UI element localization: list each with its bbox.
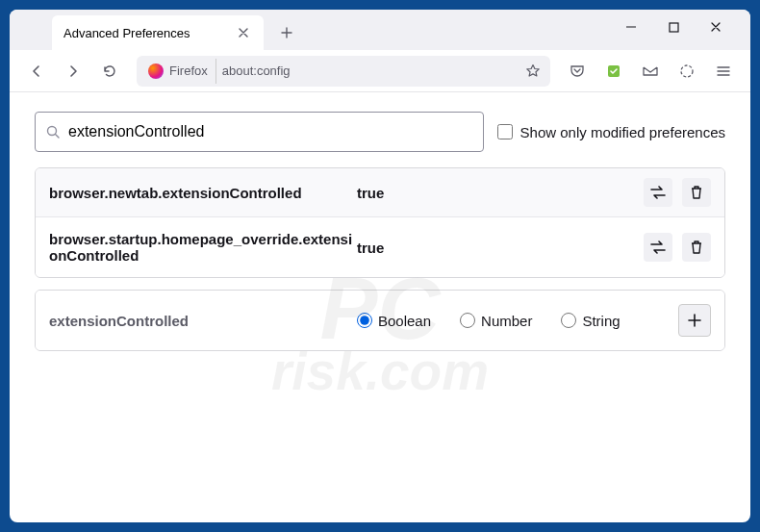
app-menu-button[interactable] — [708, 56, 739, 87]
account-icon[interactable] — [671, 56, 702, 87]
pref-name: browser.startup.homepage_override.extens… — [49, 231, 357, 264]
minimize-button[interactable] — [618, 13, 645, 40]
radio-boolean[interactable]: Boolean — [357, 313, 431, 329]
close-tab-icon[interactable] — [235, 24, 252, 41]
page-content: Show only modified preferences browser.n… — [10, 92, 750, 522]
preference-row: browser.newtab.extensionControlled true — [36, 168, 724, 217]
url-text: about:config — [222, 63, 519, 78]
firefox-icon — [148, 63, 164, 79]
show-modified-checkbox[interactable]: Show only modified preferences — [497, 124, 725, 140]
pref-value: true — [357, 240, 644, 256]
type-radio-group: Boolean Number String — [357, 313, 678, 329]
radio-number[interactable]: Number — [460, 313, 532, 329]
site-identity[interactable]: Firefox — [140, 59, 216, 84]
tab-advanced-preferences[interactable]: Advanced Preferences — [52, 15, 264, 50]
show-modified-label: Show only modified preferences — [520, 124, 725, 140]
bookmark-star-icon[interactable] — [525, 63, 541, 79]
add-button[interactable] — [678, 304, 711, 337]
tab-title: Advanced Preferences — [63, 26, 190, 40]
search-icon — [45, 124, 61, 139]
new-preference-row: extensionControlled Boolean Number Strin… — [35, 290, 725, 351]
svg-point-2 — [681, 65, 693, 77]
browser-window: Advanced Preferences Firefox about:confi… — [10, 10, 750, 522]
back-button[interactable] — [21, 56, 52, 87]
search-input[interactable] — [68, 123, 473, 140]
toggle-button[interactable] — [644, 178, 672, 207]
new-tab-button[interactable] — [271, 17, 302, 48]
delete-button[interactable] — [682, 233, 711, 262]
plus-icon — [688, 314, 701, 327]
preference-row: browser.startup.homepage_override.extens… — [36, 217, 724, 277]
new-pref-name: extensionControlled — [49, 313, 357, 329]
mail-icon[interactable] — [635, 56, 666, 87]
tab-bar: Advanced Preferences — [10, 10, 750, 50]
radio-string[interactable]: String — [561, 313, 620, 329]
pref-value: true — [357, 185, 644, 201]
maximize-button[interactable] — [660, 13, 687, 40]
nav-toolbar: Firefox about:config — [10, 50, 750, 92]
pref-name: browser.newtab.extensionControlled — [49, 185, 357, 201]
toggle-button[interactable] — [644, 233, 672, 262]
preference-list: browser.newtab.extensionControlled true … — [35, 167, 725, 278]
delete-button[interactable] — [682, 178, 711, 207]
show-modified-input[interactable] — [497, 124, 513, 139]
address-bar[interactable]: Firefox about:config — [137, 56, 550, 87]
extension-icon[interactable] — [598, 56, 629, 87]
window-controls — [618, 13, 743, 50]
identity-label: Firefox — [169, 63, 208, 78]
svg-rect-0 — [670, 23, 678, 32]
close-window-button[interactable] — [702, 13, 729, 40]
search-row: Show only modified preferences — [35, 112, 725, 152]
search-box[interactable] — [35, 112, 484, 152]
forward-button[interactable] — [58, 56, 89, 87]
pocket-icon[interactable] — [562, 56, 593, 87]
reload-button[interactable] — [94, 56, 125, 87]
